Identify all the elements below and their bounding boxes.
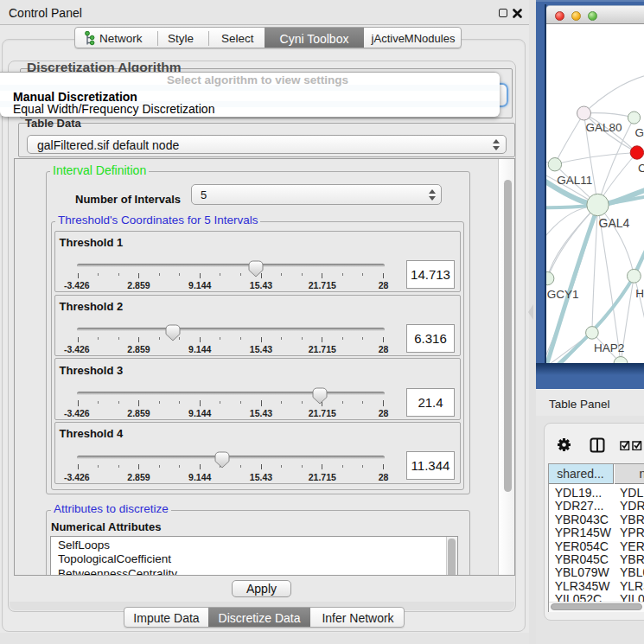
svg-text:HIS4: HIS4	[635, 287, 644, 300]
svg-text:GAL4: GAL4	[598, 215, 629, 229]
svg-text:GCY1: GCY1	[546, 288, 578, 301]
svg-text:GAL80: GAL80	[585, 120, 622, 133]
svg-text:GAL1: GAL1	[634, 126, 644, 139]
svg-text:C: C	[638, 161, 644, 174]
svg-text:GAL11: GAL11	[557, 173, 592, 186]
svg-text:HAP2: HAP2	[593, 341, 623, 354]
